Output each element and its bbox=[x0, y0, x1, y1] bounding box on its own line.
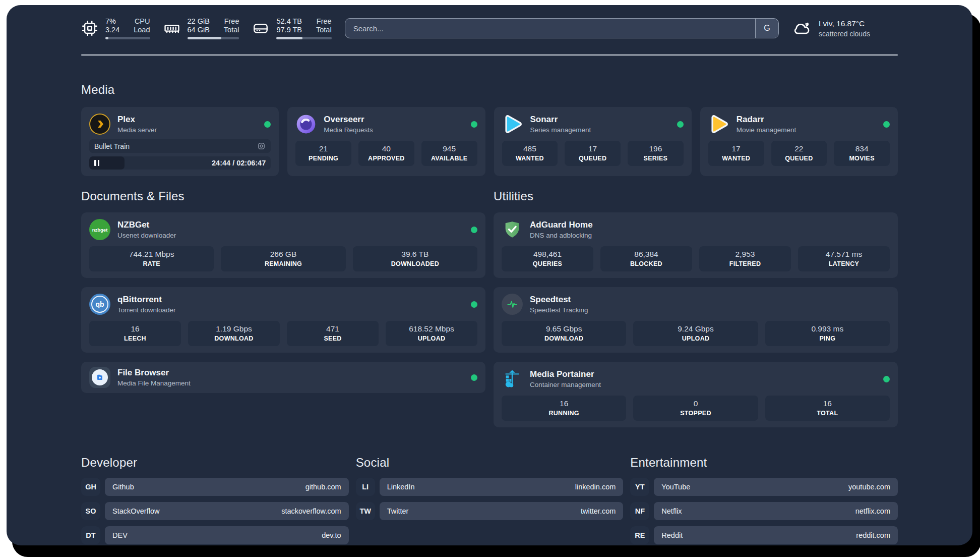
link-name: Reddit bbox=[661, 531, 683, 539]
stat-tile: 0 STOPPED bbox=[633, 396, 758, 421]
playback-progressbar[interactable]: 24:44 / 02:06:47 bbox=[89, 156, 271, 170]
link-url: stackoverflow.com bbox=[281, 507, 341, 515]
app-card-speedtest[interactable]: Speedtest Speedtest Tracking 9.65 Gbps D… bbox=[494, 287, 898, 353]
app-desc: Media server bbox=[117, 126, 257, 134]
now-playing-title: Bullet Train bbox=[94, 142, 130, 150]
stat-value: 40 bbox=[361, 144, 411, 153]
status-dot bbox=[471, 121, 477, 128]
stat-value: 9.65 Gbps bbox=[505, 324, 623, 333]
link-badge[interactable]: GH bbox=[81, 478, 100, 496]
app-card-plex[interactable]: Plex Media server Bullet Train 24:44 / 0… bbox=[81, 107, 279, 176]
stat-value: 17 bbox=[568, 144, 618, 153]
video-icon bbox=[257, 142, 266, 150]
section-title-developer: Developer bbox=[81, 456, 349, 470]
link-badge[interactable]: RE bbox=[630, 526, 649, 544]
stat-value: 2,953 bbox=[702, 250, 788, 259]
link-row-linkedin: LI LinkedIn linkedin.com bbox=[356, 478, 624, 496]
stat-value: 1.19 Gbps bbox=[191, 324, 277, 333]
app-card-portainer[interactable]: Media Portainer Container management 16 … bbox=[494, 362, 898, 427]
stat-tile: 40 APPROVED bbox=[358, 141, 414, 166]
disk-total-label: Total bbox=[316, 26, 332, 34]
weather-condition: scattered clouds bbox=[819, 30, 870, 38]
link-pill[interactable]: LinkedIn linkedin.com bbox=[380, 478, 624, 496]
weather-location-temp: Lviv, 16.87°C bbox=[819, 19, 870, 28]
status-dot bbox=[883, 376, 890, 382]
pause-button[interactable] bbox=[94, 160, 99, 166]
link-badge[interactable]: YT bbox=[630, 478, 649, 496]
link-badge[interactable]: TW bbox=[356, 502, 375, 520]
section-title-utilities: Utilities bbox=[494, 189, 898, 203]
link-name: DEV bbox=[112, 531, 128, 539]
stat-tile: 47.571 ms LATENCY bbox=[798, 246, 890, 271]
search-engine-button[interactable]: G bbox=[755, 19, 778, 38]
memory-free-label: Free bbox=[224, 17, 239, 25]
stat-tile: 39.6 TB DOWNLOADED bbox=[353, 246, 477, 271]
stat-label: SERIES bbox=[631, 155, 681, 162]
link-badge[interactable]: SO bbox=[81, 502, 100, 520]
stat-value: 21 bbox=[298, 144, 348, 153]
link-pill[interactable]: Twitter twitter.com bbox=[380, 502, 624, 520]
stat-value: 16 bbox=[92, 324, 178, 333]
link-pill[interactable]: Reddit reddit.com bbox=[654, 526, 898, 544]
cloud-icon bbox=[792, 18, 812, 38]
stat-tile: 266 GB REMAINING bbox=[221, 246, 345, 271]
app-desc: Media Requests bbox=[324, 126, 463, 134]
app-card-sonarr[interactable]: Sonarr Series management 485 WANTED 17 Q… bbox=[494, 107, 692, 176]
app-card-overseerr[interactable]: Overseerr Media Requests 21 PENDING 40 A… bbox=[287, 107, 485, 176]
disk-free: 52.4 TB bbox=[276, 17, 302, 25]
status-dot bbox=[471, 374, 477, 381]
cpu-stat: 7% CPU 3.24 Load bbox=[81, 17, 150, 39]
stat-value: 39.6 TB bbox=[356, 250, 474, 259]
status-dot bbox=[471, 227, 477, 233]
stat-label: WANTED bbox=[711, 155, 761, 162]
links-section-developer: Developer GH Github github.com SO StackO… bbox=[81, 456, 349, 544]
link-pill[interactable]: DEV dev.to bbox=[105, 526, 349, 544]
radarr-icon bbox=[708, 114, 729, 135]
stat-label: RATE bbox=[92, 260, 211, 267]
link-pill[interactable]: Github github.com bbox=[105, 478, 349, 496]
stat-value: 945 bbox=[424, 144, 474, 153]
stat-value: 196 bbox=[631, 144, 681, 153]
link-name: Github bbox=[112, 483, 134, 491]
disk-free-label: Free bbox=[316, 17, 332, 25]
stat-tile: 744.21 Mbps RATE bbox=[89, 246, 214, 271]
link-badge[interactable]: NF bbox=[630, 502, 649, 520]
app-card-radarr[interactable]: Radarr Movie management 17 WANTED 22 QUE… bbox=[700, 107, 898, 176]
cpu-load-label: Load bbox=[134, 26, 150, 34]
link-url: netflix.com bbox=[855, 507, 890, 515]
stat-value: 17 bbox=[711, 144, 761, 153]
portainer-icon bbox=[502, 368, 523, 389]
adguard-icon bbox=[502, 219, 523, 240]
link-pill[interactable]: Netflix netflix.com bbox=[654, 502, 898, 520]
app-name: Overseerr bbox=[324, 115, 463, 125]
app-card-adguard[interactable]: AdGuard Home DNS and adblocking 498,461 … bbox=[494, 212, 898, 278]
link-pill[interactable]: StackOverflow stackoverflow.com bbox=[105, 502, 349, 520]
section-title-documents: Documents & Files bbox=[81, 189, 485, 203]
link-badge[interactable]: DT bbox=[81, 526, 100, 544]
stat-tile: 9.24 Gbps UPLOAD bbox=[633, 321, 758, 346]
nzbget-icon-text: nzbget bbox=[92, 227, 108, 233]
utilities-column: AdGuard Home DNS and adblocking 498,461 … bbox=[494, 212, 898, 427]
link-pill[interactable]: YouTube youtube.com bbox=[654, 478, 898, 496]
link-url: linkedin.com bbox=[575, 483, 616, 491]
stat-value: 471 bbox=[290, 324, 376, 333]
app-card-filebrowser[interactable]: File Browser Media File Management bbox=[81, 362, 485, 393]
app-desc: Container management bbox=[530, 381, 876, 388]
stat-value: 744.21 Mbps bbox=[92, 250, 211, 259]
memory-progressbar bbox=[188, 37, 239, 39]
stat-value: 0 bbox=[636, 399, 755, 408]
stat-value: 86,384 bbox=[603, 250, 689, 259]
stat-tile: 16 RUNNING bbox=[502, 396, 626, 421]
app-card-qbittorrent[interactable]: qb qBittorrent Torrent downloader 16 LEE… bbox=[81, 287, 485, 353]
link-badge[interactable]: LI bbox=[356, 478, 375, 496]
app-card-nzbget[interactable]: nzbget NZBGet Usenet downloader 744.21 M… bbox=[81, 212, 485, 278]
weather-widget: Lviv, 16.87°C scattered clouds bbox=[792, 18, 898, 38]
section-title-entertainment: Entertainment bbox=[630, 456, 898, 470]
overseerr-icon bbox=[295, 114, 317, 135]
app-name: Media Portainer bbox=[530, 369, 876, 379]
stat-value: 47.571 ms bbox=[801, 250, 887, 259]
search-input[interactable] bbox=[345, 19, 755, 38]
link-url: reddit.com bbox=[856, 531, 890, 539]
stat-label: WANTED bbox=[505, 155, 555, 162]
stat-value: 618.52 Mbps bbox=[389, 324, 474, 333]
